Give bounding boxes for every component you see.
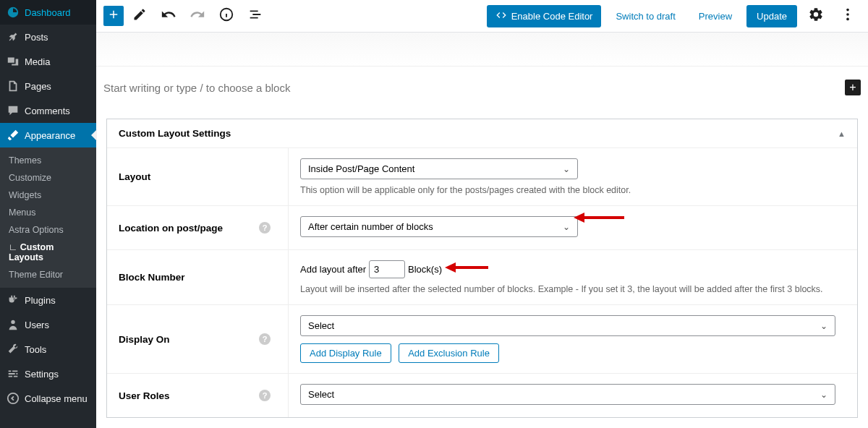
enable-code-editor-button[interactable]: Enable Code Editor xyxy=(487,5,602,27)
sub-item-themes[interactable]: Themes xyxy=(0,152,96,169)
sidebar-label: Media xyxy=(25,56,50,67)
undo-button[interactable] xyxy=(156,3,182,29)
info-icon xyxy=(218,7,234,25)
layout-help-text: This option will be applicable only for … xyxy=(300,185,846,195)
sidebar-label: Posts xyxy=(25,32,48,43)
setting-row-display-on: Display On ? Select ⌄ Add Display Rule A… xyxy=(107,305,857,374)
pin-icon xyxy=(6,30,20,44)
annotation-arrow xyxy=(574,210,624,225)
setting-label-location: Location on post/page ? xyxy=(107,206,288,249)
editor-toolbar: Enable Code Editor Switch to draft Previ… xyxy=(96,0,868,33)
block-prefix: Add layout after xyxy=(300,264,366,275)
settings-gear-button[interactable] xyxy=(803,3,829,29)
sidebar-item-posts[interactable]: Posts xyxy=(0,25,96,49)
pages-icon xyxy=(6,79,20,93)
redo-icon xyxy=(190,7,205,25)
edit-mode-button[interactable] xyxy=(127,3,153,29)
chevron-down-icon: ⌄ xyxy=(820,321,827,331)
more-menu-button[interactable] xyxy=(835,3,861,29)
layout-select[interactable]: Inside Post/Page Content ⌄ xyxy=(300,158,578,179)
gear-icon xyxy=(808,7,824,25)
custom-layout-settings-panel: Custom Layout Settings ▲ Layout Inside P… xyxy=(106,119,858,418)
undo-icon xyxy=(161,7,176,25)
help-icon[interactable]: ? xyxy=(259,333,271,345)
list-icon xyxy=(247,7,263,25)
panel-title: Custom Layout Settings xyxy=(119,128,231,139)
block-suffix: Block(s) xyxy=(408,264,442,275)
collapse-icon xyxy=(6,391,20,406)
setting-row-layout: Layout Inside Post/Page Content ⌄ This o… xyxy=(107,148,857,206)
block-help-text: Layout will be inserted after the select… xyxy=(300,284,846,294)
display-on-select[interactable]: Select ⌄ xyxy=(300,315,835,336)
svg-point-2 xyxy=(221,9,233,21)
svg-point-4 xyxy=(846,13,849,16)
help-icon[interactable]: ? xyxy=(259,390,271,401)
panel-header[interactable]: Custom Layout Settings ▲ xyxy=(107,119,857,148)
preview-button[interactable]: Preview xyxy=(690,7,741,26)
sub-item-customize[interactable]: Customize xyxy=(0,169,96,187)
sub-item-custom-layouts[interactable]: Custom Layouts xyxy=(0,239,96,266)
svg-point-3 xyxy=(846,9,849,12)
chevron-down-icon: ⌄ xyxy=(563,164,570,174)
kebab-icon xyxy=(840,7,856,25)
sub-item-theme-editor[interactable]: Theme Editor xyxy=(0,266,96,283)
location-select[interactable]: After certain number of blocks ⌄ xyxy=(300,216,578,237)
update-button[interactable]: Update xyxy=(746,5,797,27)
sidebar-label: Dashboard xyxy=(25,7,71,18)
setting-row-block-number: Block Number Add layout after Block(s) L… xyxy=(107,250,857,305)
user-roles-select[interactable]: Select ⌄ xyxy=(300,384,835,405)
svg-point-1 xyxy=(8,393,18,403)
sidebar-label: Pages xyxy=(25,81,51,92)
chevron-down-icon: ⌄ xyxy=(563,222,570,232)
sidebar-label: Settings xyxy=(25,369,59,380)
collapse-icon: ▲ xyxy=(838,129,846,138)
sidebar-label: Comments xyxy=(25,106,70,116)
media-icon xyxy=(6,54,20,69)
main-content: Enable Code Editor Switch to draft Previ… xyxy=(96,0,868,428)
sub-item-widgets[interactable]: Widgets xyxy=(0,187,96,204)
editor-placeholder-text: Start writing or type / to choose a bloc… xyxy=(103,82,845,94)
sidebar-item-pages[interactable]: Pages xyxy=(0,74,96,98)
setting-label-user-roles: User Roles ? xyxy=(107,374,288,417)
plus-icon xyxy=(107,8,120,24)
plus-icon: + xyxy=(849,81,856,94)
brush-icon xyxy=(6,128,20,142)
add-display-rule-button[interactable]: Add Display Rule xyxy=(300,343,391,363)
plugin-icon xyxy=(6,293,20,307)
block-number-input[interactable] xyxy=(369,260,405,278)
code-icon xyxy=(495,9,507,23)
sidebar-label: Users xyxy=(25,320,49,330)
info-button[interactable] xyxy=(213,3,239,29)
sidebar-item-appearance[interactable]: Appearance xyxy=(0,123,96,147)
inline-add-block-button[interactable]: + xyxy=(845,80,861,95)
sub-item-astra[interactable]: Astra Options xyxy=(0,221,96,239)
sub-item-menus[interactable]: Menus xyxy=(0,204,96,221)
editor-body[interactable]: Start writing or type / to choose a bloc… xyxy=(96,67,868,108)
sliders-icon xyxy=(6,367,20,381)
redo-button[interactable] xyxy=(184,3,210,29)
add-block-toolbar-button[interactable] xyxy=(103,6,124,26)
sidebar-item-dashboard[interactable]: Dashboard xyxy=(0,0,96,25)
svg-point-5 xyxy=(846,18,849,21)
sidebar-label: Plugins xyxy=(25,295,56,306)
help-icon[interactable]: ? xyxy=(259,222,271,234)
editor-title-area xyxy=(96,33,868,67)
svg-point-0 xyxy=(11,320,14,324)
sidebar-item-plugins[interactable]: Plugins xyxy=(0,288,96,312)
sidebar-label: Appearance xyxy=(25,130,75,141)
sidebar-item-media[interactable]: Media xyxy=(0,49,96,74)
sidebar-item-tools[interactable]: Tools xyxy=(0,337,96,361)
sidebar-submenu: Themes Customize Widgets Menus Astra Opt… xyxy=(0,147,96,288)
sidebar-item-settings[interactable]: Settings xyxy=(0,361,96,386)
setting-row-location: Location on post/page ? After certain nu… xyxy=(107,206,857,250)
add-exclusion-rule-button[interactable]: Add Exclusion Rule xyxy=(399,343,499,363)
admin-sidebar: Dashboard Posts Media Pages Comments App… xyxy=(0,0,96,428)
outline-button[interactable] xyxy=(242,3,268,29)
sidebar-item-collapse[interactable]: Collapse menu xyxy=(0,386,96,411)
wrench-icon xyxy=(6,342,20,356)
sidebar-item-comments[interactable]: Comments xyxy=(0,98,96,123)
annotation-arrow xyxy=(445,260,488,275)
sidebar-item-users[interactable]: Users xyxy=(0,312,96,337)
setting-row-user-roles: User Roles ? Select ⌄ xyxy=(107,374,857,417)
switch-to-draft-button[interactable]: Switch to draft xyxy=(607,7,684,26)
